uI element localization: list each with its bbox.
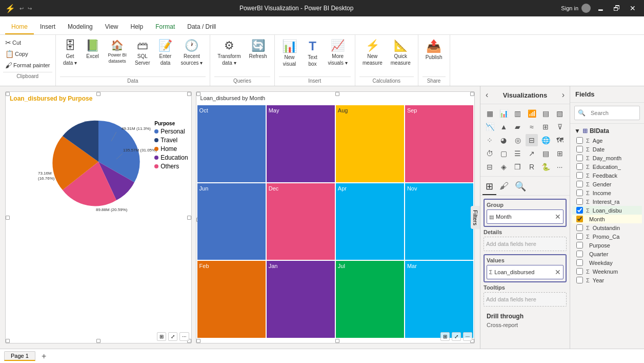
tab-modeling[interactable]: Modeling [62,20,99,34]
field-age-check[interactable] [576,137,583,144]
field-daymonth-check[interactable] [576,155,583,161]
undo-btn[interactable]: ↩ [19,6,24,11]
restore-btn[interactable]: 🗗 [610,3,623,13]
field-year[interactable]: Σ Year [572,276,642,284]
pie-chart-panel[interactable]: Loan_disbursed by Purpose [5,91,192,343]
values-remove-btn[interactable]: ✕ [555,268,561,276]
treemap-oct[interactable]: Oct [197,105,266,182]
fields-settings-tab[interactable]: ⊞ [482,179,496,195]
viz-100-col[interactable]: ▧ [554,107,566,120]
field-education[interactable]: Σ Education_ [572,162,642,171]
field-gender[interactable]: Σ Gender [572,180,642,188]
viz-stacked-col[interactable]: 📊 [497,107,510,120]
tab-help[interactable]: Help [125,20,150,34]
treemap-apr[interactable]: Apr [336,183,404,260]
field-education-check[interactable] [576,163,583,170]
tm-focus-btn[interactable]: ⤢ [452,332,461,341]
tab-insert[interactable]: Insert [34,20,62,34]
treemap-jun[interactable]: Jun [197,183,266,260]
viz-ribbon[interactable]: ≈ [526,121,538,133]
treemap-feb[interactable]: Feb [197,261,266,338]
viz-pie[interactable]: ◕ [497,134,510,146]
tab-view[interactable]: View [99,20,125,34]
viz-scatter[interactable]: ⁘ [484,134,496,146]
values-field-content[interactable]: Σ Loan_disbursed ✕ [487,265,564,279]
bidata-group-header[interactable]: ▼ ⊞ BIData [572,126,642,136]
group-field-content[interactable]: ▤ Month ✕ [487,209,564,224]
more-visuals-btn[interactable]: 📈 More visuals ▾ [325,37,351,73]
sql-server-btn[interactable]: 🗃 SQL Server [132,37,153,73]
field-loan-disb[interactable]: Σ Loan_disbu [572,206,642,215]
treemap-jul[interactable]: Jul [336,261,404,338]
pie-focus-btn[interactable]: ⤢ [168,332,177,341]
sign-in-btn[interactable]: Sign in [561,3,591,13]
publish-btn[interactable]: 📤 Publish [422,37,446,73]
get-data-btn[interactable]: 🗄 Get data ▾ [60,37,80,73]
treemap-aug[interactable]: Aug [336,105,404,182]
field-purpose-check[interactable] [576,242,583,249]
cut-btn[interactable]: ✂ Cut [3,37,52,48]
field-interest-check[interactable] [576,198,583,205]
add-page-btn[interactable]: + [39,352,48,361]
analytics-settings-tab[interactable]: 🔍 [512,179,529,195]
new-visual-btn[interactable]: 📊 New visual [279,37,300,73]
viz-python[interactable]: 🐍 [539,161,552,173]
field-weekday[interactable]: Weekday [572,258,642,267]
viz-100-bar[interactable]: ▤ [539,107,552,120]
viz-multi-row[interactable]: ☰ [512,147,524,160]
viz-gauge[interactable]: ⏱ [484,147,496,160]
tm-more-btn[interactable]: ··· [463,332,472,341]
format-settings-tab[interactable]: 🖌 [496,179,512,195]
treemap-jan[interactable]: Jan [267,261,335,338]
field-quarter[interactable]: Quarter [572,250,642,258]
field-age[interactable]: Σ Age [572,136,642,145]
field-feedback-check[interactable] [576,172,583,179]
viz-line[interactable]: 📉 [484,121,496,133]
viz-azure-map[interactable]: ◈ [497,161,510,173]
copy-btn[interactable]: 📋 Copy [3,48,52,60]
recent-sources-btn[interactable]: 🕐 Recent sources ▾ [178,37,206,73]
field-outstanding-check[interactable] [576,224,583,231]
field-year-check[interactable] [576,277,583,283]
field-purpose[interactable]: Purpose [572,241,642,250]
fields-search-input[interactable] [588,108,636,118]
treemap-panel[interactable]: Loan_disbursed by Month Oct May Aug Sep [196,91,475,343]
viz-key-inf[interactable]: R [526,161,538,173]
field-outstanding[interactable]: Σ Outstandin [572,223,642,232]
pie-filter-btn[interactable]: ⊞ [157,332,166,341]
pie-more-btn[interactable]: ··· [179,332,189,341]
treemap-nov[interactable]: Nov [405,183,473,260]
treemap-mar[interactable]: Mar [405,261,473,338]
field-daymonth[interactable]: Σ Day_month [572,154,642,162]
excel-btn[interactable]: 📗 Excel [83,37,103,73]
viz-kpi[interactable]: ↗ [526,147,538,160]
enter-data-btn[interactable]: 📝 Enter data [155,37,176,73]
filters-tab[interactable]: Filters [471,206,480,230]
viz-filled-map[interactable]: 🗺 [554,134,566,146]
group-remove-btn[interactable]: ✕ [555,213,561,221]
text-box-btn[interactable]: T Text box [303,37,323,73]
format-painter-btn[interactable]: 🖌 Format painter [3,60,52,71]
field-interest[interactable]: Σ Interest_ra [572,197,642,206]
field-feedback[interactable]: Σ Feedback [572,171,642,180]
page-1-tab[interactable]: Page 1 [4,351,35,361]
viz-panel-back[interactable]: ‹ [486,90,488,100]
viz-more[interactable]: ··· [554,161,566,173]
viz-donut[interactable]: ◎ [512,134,524,146]
viz-matrix-viz[interactable]: ⊟ [484,161,496,173]
minimize-btn[interactable]: 🗕 [594,3,607,13]
field-weeknum-check[interactable] [576,268,583,275]
treemap-dec[interactable]: Dec [267,183,335,260]
viz-clustered-bar[interactable]: ▥ [512,107,524,120]
field-gender-check[interactable] [576,181,583,187]
transform-btn[interactable]: ⚙ Transform data ▾ [214,37,244,73]
field-promo-check[interactable] [576,233,583,240]
viz-table-viz[interactable]: ⊞ [554,147,566,160]
viz-waterfall[interactable]: ⊞ [539,121,552,133]
tab-home[interactable]: Home [5,20,34,34]
viz-map[interactable]: 🌐 [539,134,552,146]
field-weeknum[interactable]: Σ Weeknum [572,267,642,276]
tm-filter-btn[interactable]: ⊞ [440,332,450,341]
tooltips-content[interactable]: Add data fields here [484,292,567,307]
field-weekday-check[interactable] [576,259,583,266]
